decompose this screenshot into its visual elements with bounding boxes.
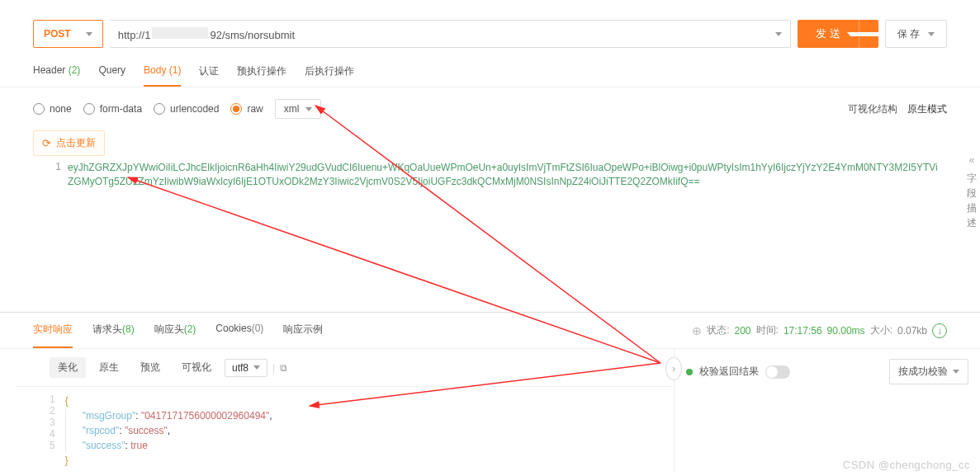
response-json-content: { "msgGroup": "0417171756000002960494", … <box>65 394 272 468</box>
response-tabs: 实时响应 请求头(8) 响应头(2) Cookies(0) 响应示例 <box>33 313 323 348</box>
visual-structure-link[interactable]: 可视化结构 <box>848 102 897 116</box>
view-visual[interactable]: 可视化 <box>173 357 220 378</box>
url-input[interactable]: http://192/sms/norsubmit <box>110 20 791 48</box>
resp-tab-example[interactable]: 响应示例 <box>283 313 323 348</box>
collapse-handle[interactable]: › <box>665 357 682 380</box>
tab-pre-script[interactable]: 预执行操作 <box>237 64 286 87</box>
response-json-editor[interactable]: 12345 { "msgGroup": "0417171756000002960… <box>17 387 674 474</box>
tab-query[interactable]: Query <box>98 64 125 87</box>
save-button[interactable]: 保 存 <box>885 20 947 48</box>
native-mode-link[interactable]: 原生模式 <box>907 102 947 116</box>
side-meta-label: 字段描述 <box>963 171 980 230</box>
chevron-down-icon <box>253 365 260 370</box>
chevron-down-icon <box>305 107 312 111</box>
chevron-down-icon <box>86 32 92 36</box>
validate-toggle[interactable] <box>765 365 790 379</box>
request-body-content: eyJhZGRZXJpYWwiOiIiLCJhcElkIjoicnR6aHh4I… <box>68 161 947 293</box>
body-type-formdata[interactable]: form-data <box>83 103 142 115</box>
chevron-down-icon <box>775 32 782 36</box>
json-gutter: 12345 <box>50 394 65 468</box>
side-meta-panel[interactable]: « 字段描述 <box>963 153 980 230</box>
resp-tab-respheaders[interactable]: 响应头(2) <box>154 313 196 348</box>
line-number: 1 <box>50 161 68 293</box>
response-duration: 90.00ms <box>827 325 865 337</box>
view-raw[interactable]: 原生 <box>91 357 127 378</box>
status-code: 200 <box>735 325 751 337</box>
body-type-row: none form-data urlencoded raw xml 可视化结构 … <box>0 87 980 130</box>
resp-tab-realtime[interactable]: 实时响应 <box>33 313 73 348</box>
request-tabs: Header (2) Query Body (1) 认证 预执行操作 后执行操作 <box>0 56 980 87</box>
divider: | <box>272 362 275 374</box>
tab-body[interactable]: Body (1) <box>144 64 181 87</box>
tab-header[interactable]: Header (2) <box>33 64 80 87</box>
response-area: 实时响应 请求头(8) 响应头(2) Cookies(0) 响应示例 ⊕ 状态:… <box>0 312 980 476</box>
resp-tab-cookies[interactable]: Cookies(0) <box>215 313 263 348</box>
raw-subtype-select[interactable]: xml <box>275 99 322 119</box>
response-body-panel: 美化 原生 预览 可视化 utf8 | ⧉ 12345 { "msgGroup"… <box>0 349 675 473</box>
globe-icon: ⊕ <box>692 324 702 337</box>
view-preview[interactable]: 预览 <box>132 357 168 378</box>
chevron-down-icon <box>953 370 959 374</box>
status-dot-icon <box>686 369 693 375</box>
tab-post-script[interactable]: 后执行操作 <box>305 64 354 87</box>
copy-button[interactable]: ⧉ <box>280 362 287 374</box>
tab-auth[interactable]: 认证 <box>199 64 219 87</box>
request-body-editor[interactable]: 1 eyJhZGRZXJpYWwiOiIiLCJhcElkIjoicnR6aHh… <box>50 161 947 293</box>
response-view-tabs: 美化 原生 预览 可视化 utf8 | ⧉ <box>17 349 674 387</box>
response-time: 17:17:56 <box>784 325 822 337</box>
body-type-none[interactable]: none <box>33 103 72 115</box>
radio-icon <box>230 103 242 115</box>
reload-icon: ⟳ <box>42 137 51 149</box>
radio-icon <box>33 103 45 115</box>
collapse-icon: « <box>963 153 980 167</box>
send-button[interactable]: 发 送 <box>798 20 878 48</box>
download-button[interactable]: ↓ <box>932 323 947 338</box>
response-meta: ⊕ 状态: 200 时间: 17:17:56 90.00ms 大小: 0.07k… <box>692 313 947 348</box>
view-pretty[interactable]: 美化 <box>50 357 86 378</box>
chevron-down-icon <box>847 32 890 36</box>
validate-label: 校验返回结果 <box>699 365 759 379</box>
refresh-button[interactable]: ⟳ 点击更新 <box>33 130 105 156</box>
radio-icon <box>83 103 95 115</box>
watermark: CSDN @chengchong_cc <box>843 459 970 471</box>
url-text: http://192/sms/norsubmit <box>118 27 295 41</box>
resp-tab-reqheaders[interactable]: 请求头(8) <box>92 313 135 348</box>
save-button-label: 保 存 <box>897 27 920 41</box>
validate-success-button[interactable]: 按成功校验 <box>889 359 968 384</box>
radio-icon <box>154 103 165 115</box>
chevron-down-icon <box>928 32 935 36</box>
validation-panel: › 校验返回结果 按成功校验 <box>675 349 980 473</box>
encoding-select[interactable]: utf8 <box>225 359 267 377</box>
redacted-segment <box>152 27 208 39</box>
send-split-button[interactable] <box>859 20 878 48</box>
http-method-select[interactable]: POST <box>33 20 103 48</box>
body-type-urlencoded[interactable]: urlencoded <box>154 103 219 115</box>
http-method-label: POST <box>44 28 71 40</box>
response-size: 0.07kb <box>897 325 927 337</box>
request-bar: POST http://192/sms/norsubmit 发 送 保 存 <box>0 0 980 56</box>
body-type-raw[interactable]: raw <box>230 103 263 115</box>
